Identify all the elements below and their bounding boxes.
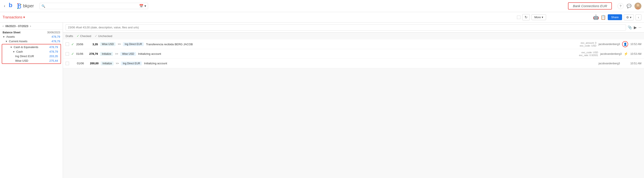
transactions-panel: 📎 ▶ ··· Drafts ✓ Checked ✓ Unchecked ✓ 2… xyxy=(63,22,644,178)
cash-equiv-value: 478,79 xyxy=(49,45,58,49)
balance-sheet-date: 30/06/2023 xyxy=(47,31,60,34)
sidebar: ‹ 06/2023 - 07/2023 › Balance Sheet 30/0… xyxy=(0,22,63,178)
transactions-label: Transactions xyxy=(2,15,22,19)
tree-item-wise-usd[interactable]: Wise USD 275,44 xyxy=(2,59,60,63)
tree-item-ing-direct[interactable]: Ing Direct EUR 203,35 xyxy=(2,54,60,59)
row3-checkbox[interactable] xyxy=(66,62,69,65)
tree-item-cash[interactable]: ▼ Cash 478,79 xyxy=(2,49,60,54)
row1-amount: 3,35 xyxy=(86,43,98,46)
logo: b bkper xyxy=(9,2,34,10)
assets-label: Assets xyxy=(6,35,15,38)
gear-button[interactable]: ⚙ ▾ xyxy=(624,14,634,20)
row1-checkmark: ✓ xyxy=(71,42,74,46)
table-row: ✓ 20/06 3,35 Wise USD >> Ing Direct EUR … xyxy=(63,39,644,49)
attach-icon[interactable]: 📎 xyxy=(628,25,632,29)
logo-bkper: bkper xyxy=(16,3,34,9)
row2-icon[interactable]: ⚡ xyxy=(624,52,628,56)
row1-checkbox[interactable] xyxy=(66,42,69,46)
row1-to-tag[interactable]: Ing Direct EUR xyxy=(123,42,144,46)
drafts-label: Drafts xyxy=(66,34,73,38)
table-row: 01/06 200,00 Initialize >> Ing Direct EU… xyxy=(63,59,644,68)
search-icon: 🔍 xyxy=(42,4,45,8)
row1-meta-line1: exc_amount: 0 xyxy=(580,42,596,44)
checked-label: Checked xyxy=(80,34,91,38)
back-button[interactable]: ‹ xyxy=(2,3,6,9)
notes-icon[interactable]: 📋 xyxy=(600,15,606,20)
toolbar-left: Transactions ▾ xyxy=(2,15,25,19)
row1-time: 10:52 AM xyxy=(630,43,642,46)
transaction-input[interactable] xyxy=(66,24,626,30)
date-range-label: 06/2023 - 07/2023 xyxy=(6,24,28,28)
row3-amount: 200,00 xyxy=(87,62,98,65)
bank-connection-label: Bank Connections EUR xyxy=(573,4,607,8)
logo-text: bkper xyxy=(23,3,34,8)
row1-description: Transferencia recibida BERG JACOB xyxy=(146,43,568,46)
row3-to-tag[interactable]: Ing Direct EUR xyxy=(121,62,142,65)
main-content: ‹ 06/2023 - 07/2023 › Balance Sheet 30/0… xyxy=(0,22,644,178)
tree-item-current-assets[interactable]: ▼ Current Assets 478,79 xyxy=(0,39,63,44)
share-button[interactable]: Share xyxy=(608,14,622,20)
row3-arrow: >> xyxy=(116,62,119,65)
row2-from-tag[interactable]: Initialize xyxy=(100,52,113,56)
row2-user: jacobvandenberg3 xyxy=(600,52,622,55)
cash-equiv-label: Cash & Equivalents xyxy=(14,45,38,49)
cash-equiv-toggle: ▼ xyxy=(10,46,12,49)
calendar-icon[interactable]: 📅 ▾ xyxy=(139,4,146,8)
row1-date: 20/06 xyxy=(76,43,84,46)
table-row: ✓ 01/06 278,79 Initialize >> Wise USD In… xyxy=(63,49,644,59)
search-container: 🔍 📅 ▾ xyxy=(40,3,148,9)
row1-icon-circle[interactable]: 👤 xyxy=(622,41,628,47)
tree-item-cash-equivalents[interactable]: ▼ Cash & Equivalents 478,79 xyxy=(2,45,60,49)
chat-button[interactable]: 💬 xyxy=(626,3,632,9)
transactions-dropdown-arrow: ▾ xyxy=(23,15,25,19)
unchecked-label: Unchecked xyxy=(98,34,112,38)
cash-label: Cash xyxy=(16,50,23,53)
row3-time: 10:51 AM xyxy=(630,62,642,65)
highlighted-section: ▼ Cash & Equivalents 478,79 ▼ Cash 478,7… xyxy=(2,44,61,64)
svg-point-1 xyxy=(17,3,18,4)
current-assets-toggle: ▼ xyxy=(5,40,8,43)
gear-dropdown-arrow: ▾ xyxy=(630,16,632,19)
tree-item-assets[interactable]: ▼ Assets 478,79 xyxy=(0,34,63,39)
filter-unchecked[interactable]: ✓ Unchecked xyxy=(95,34,112,38)
row3-from-tag[interactable]: Initialize xyxy=(101,62,114,65)
row3-description: Initializing account xyxy=(144,62,568,65)
checked-checkmark: ✓ xyxy=(77,34,79,38)
more-label: More xyxy=(534,16,541,19)
sidebar-nav: ‹ 06/2023 - 07/2023 › xyxy=(0,22,63,30)
row2-meta-line1: exc_code: USD xyxy=(582,51,598,54)
unchecked-checkmark: ✓ xyxy=(95,34,97,38)
svg-text:b: b xyxy=(9,2,12,8)
select-all-checkbox[interactable] xyxy=(517,16,520,19)
collapse-panel-button[interactable]: ‹ xyxy=(636,14,642,20)
cash-value: 478,79 xyxy=(49,50,58,53)
ing-direct-label: Ing Direct EUR xyxy=(15,55,34,58)
wise-usd-value: 275,44 xyxy=(49,59,58,62)
search-input[interactable] xyxy=(46,4,138,7)
filter-checked[interactable]: ✓ Checked xyxy=(77,34,91,38)
transactions-title[interactable]: Transactions ▾ xyxy=(2,15,25,19)
header-actions: ? 💬 xyxy=(618,2,642,9)
filter-bar: Drafts ✓ Checked ✓ Unchecked xyxy=(63,32,644,39)
svg-point-2 xyxy=(17,8,18,9)
row1-arrow: >> xyxy=(118,43,121,46)
balance-sheet-header: Balance Sheet 30/06/2023 xyxy=(0,30,63,34)
balance-sheet-title: Balance Sheet xyxy=(2,31,20,34)
more-button[interactable]: More ▾ xyxy=(532,14,546,20)
next-period-button[interactable]: › xyxy=(30,24,31,28)
filter-drafts[interactable]: Drafts xyxy=(66,34,73,38)
robot-icon[interactable]: 🤖 xyxy=(593,14,599,20)
assets-value: 478,79 xyxy=(52,35,60,38)
help-button[interactable]: ? xyxy=(618,3,624,9)
logo-icon: b xyxy=(9,2,16,10)
row1-from-tag[interactable]: Wise USD xyxy=(100,42,116,46)
avatar[interactable] xyxy=(634,2,642,9)
row2-meta-line2: exc_rate: 0.92931 xyxy=(579,54,598,57)
more-dots-icon[interactable]: ··· xyxy=(638,25,642,29)
row2-checkbox[interactable] xyxy=(66,52,69,56)
prev-period-button[interactable]: ‹ xyxy=(2,24,4,28)
wise-usd-label: Wise USD xyxy=(15,59,28,62)
row2-to-tag[interactable]: Wise USD xyxy=(120,52,136,56)
send-button[interactable]: ▶ xyxy=(634,25,637,30)
refresh-button[interactable]: ↻ xyxy=(522,14,530,20)
